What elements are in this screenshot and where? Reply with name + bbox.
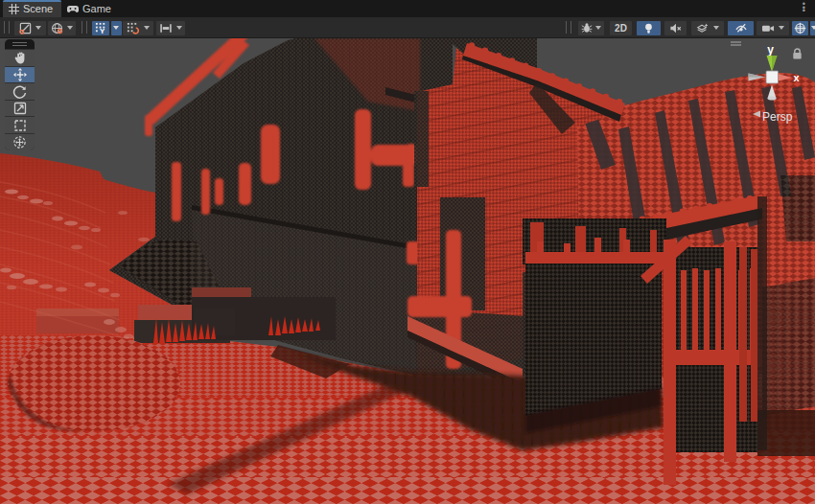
- svg-text:Persp: Persp: [762, 110, 793, 124]
- svg-text:x: x: [793, 72, 800, 83]
- svg-text:y: y: [767, 43, 774, 57]
- svg-text:Y: Y: [100, 27, 105, 34]
